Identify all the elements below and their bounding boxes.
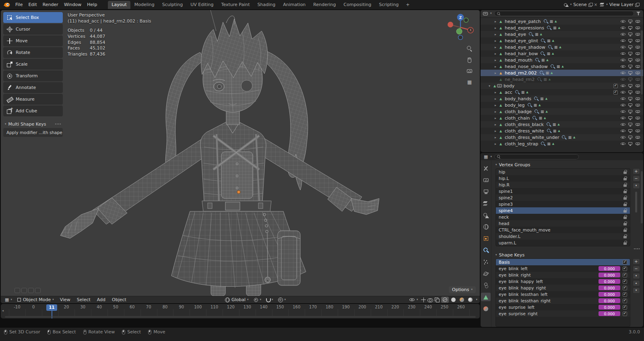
vertex-group-icon[interactable] [546,110,548,114]
properties-tab-particles[interactable] [481,258,491,266]
render-disable-icon[interactable] [635,122,640,127]
shape-key-row[interactable]: eye_blink_right 0.000 [496,272,630,278]
lock-icon[interactable] [623,189,627,193]
tab-modeling[interactable]: Modeling [131,1,158,9]
tab-texture-paint[interactable]: Texture Paint [218,1,254,9]
pivot-dropdown[interactable] [252,298,263,302]
shading-rendered[interactable] [466,297,474,303]
vertex-group-icon[interactable] [558,26,560,30]
shape-key-specials-button[interactable]: ▾ [633,273,640,279]
viewport-disable-icon[interactable] [628,64,633,69]
viewport-disable-icon[interactable] [628,110,633,114]
pan-hand-icon[interactable] [466,57,473,63]
properties-tab-output[interactable] [481,188,491,196]
render-disable-icon[interactable] [635,71,640,75]
menu-item[interactable]: Render [40,1,61,8]
outliner-search-input[interactable] [494,11,634,16]
vertex-group-icon[interactable] [540,32,542,37]
modifier-wrench-icon[interactable] [515,90,520,95]
outliner-row[interactable]: body_leg [481,102,643,108]
shape-key-value-slider[interactable]: 0.000 [599,298,620,304]
grid-icon[interactable] [521,90,525,95]
vertex-group-icon[interactable] [551,71,553,75]
hide-eye-icon[interactable] [620,64,625,69]
expand-arrow-icon[interactable] [493,20,498,23]
shape-key-row[interactable]: eye_surprise_left 0.000 [496,304,630,310]
vertex-group-row[interactable]: spine2 [496,194,630,201]
viewport-disable-icon[interactable] [628,97,633,101]
add-vertex-group-button[interactable]: + [633,168,640,174]
lock-icon[interactable] [623,202,627,206]
chevron-down-icon[interactable] [476,298,477,301]
grid-icon[interactable] [547,52,550,56]
grid-icon[interactable] [535,32,539,37]
tool-rotate[interactable]: Rotate [3,47,63,58]
shape-key-row[interactable]: eye_surprise_right 0.000 [496,310,630,317]
shape-key-checkbox[interactable] [623,305,627,310]
modifier-wrench-icon[interactable] [534,97,539,101]
shading-material[interactable] [458,297,466,303]
vertex-group-row[interactable]: neck [496,214,630,220]
vertex-group-row[interactable]: CTRL_face_mouth_move [496,227,630,233]
render-disable-icon[interactable] [635,39,640,43]
render-disable-icon[interactable] [635,110,640,114]
render-disable-icon[interactable] [635,142,640,146]
shape-key-checkbox[interactable] [623,267,627,271]
render-disable-icon[interactable] [635,58,640,62]
outliner-row[interactable]: head_rm2.002 [481,70,643,76]
outliner-row[interactable]: head_hair_bow [481,50,643,57]
tab-uv-editing[interactable]: UV Editing [187,1,217,9]
hide-eye-icon[interactable] [620,45,625,50]
tab-rendering[interactable]: Rendering [310,1,339,9]
hide-eye-icon[interactable] [620,83,625,88]
modifier-wrench-icon[interactable] [547,26,551,30]
expand-arrow-icon[interactable] [493,123,498,126]
shape-key-checkbox[interactable] [623,286,627,290]
viewport-disable-icon[interactable] [628,71,633,75]
vertex-group-row[interactable]: spine1 [496,188,630,194]
render-disable-icon[interactable] [635,129,640,133]
expand-arrow-icon[interactable] [493,52,498,56]
hide-eye-icon[interactable] [620,135,625,140]
vertex-group-row[interactable]: hip.L [496,175,630,182]
expand-arrow-icon[interactable] [493,142,498,146]
lock-icon[interactable] [623,221,627,225]
shape-key-row[interactable]: eye_blink_happy_left 0.000 [496,278,630,285]
outliner-row[interactable]: cloth_leg_strap [481,141,643,147]
modifier-wrench-icon[interactable] [544,19,548,24]
tool-add-cube[interactable]: Add Cube [3,105,63,116]
grid-icon[interactable] [553,129,557,133]
region-scroll-arrow-icon[interactable]: ◂ [2,309,4,312]
shape-key-checkbox[interactable] [623,273,627,277]
grid-icon[interactable] [547,142,551,146]
tab-layout[interactable]: Layout [108,1,130,9]
lock-icon[interactable] [623,234,627,238]
hide-eye-icon[interactable] [620,51,625,56]
collection-checkbox[interactable] [613,90,618,95]
menu-item[interactable]: File [12,1,25,8]
tab-shading[interactable]: Shading [254,1,279,9]
viewport-disable-icon[interactable] [628,45,633,50]
vertex-group-icon[interactable] [557,122,559,127]
grid-icon[interactable] [534,103,537,107]
current-frame-playhead[interactable]: 11 [46,304,57,311]
hide-eye-icon[interactable] [620,116,625,120]
move-shape-key-down-button[interactable]: ▾ [633,287,640,293]
expand-arrow-icon[interactable] [493,136,498,139]
viewport-disable-icon[interactable] [628,58,633,62]
viewport-disable-icon[interactable] [628,52,633,56]
new-view-layer-icon[interactable] [635,3,639,7]
hide-eye-icon[interactable] [620,96,625,101]
add-shape-key-button[interactable]: + [633,258,640,265]
lock-icon[interactable] [623,228,627,232]
axis-y-ball[interactable] [456,29,462,34]
shape-key-checkbox[interactable] [623,312,627,316]
viewport-disable-icon[interactable] [628,39,633,43]
grid-icon[interactable] [553,122,556,127]
modifier-wrench-icon[interactable] [540,71,544,75]
hide-eye-icon[interactable] [620,25,625,30]
shape-key-checkbox[interactable] [623,292,627,297]
hide-eye-icon[interactable] [620,19,625,24]
tool-measure[interactable]: Measure [3,94,63,105]
hide-eye-icon[interactable] [620,128,625,133]
